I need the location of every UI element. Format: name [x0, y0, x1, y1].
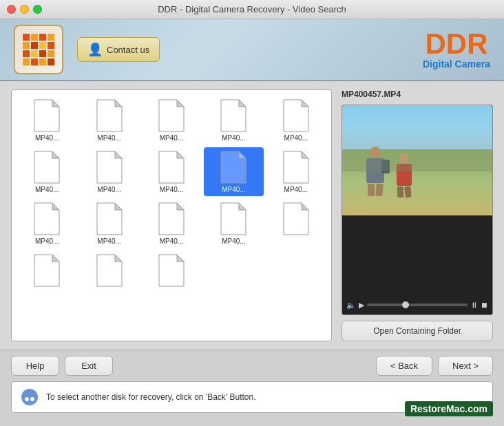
file-doc-icon — [33, 202, 61, 236]
file-item[interactable]: MP40... — [17, 96, 76, 145]
svg-marker-69 — [239, 151, 246, 158]
next-label: Next > — [452, 361, 479, 371]
maximize-button[interactable] — [33, 5, 42, 14]
svg-marker-105 — [115, 255, 122, 262]
minimize-button[interactable] — [20, 5, 29, 14]
svg-rect-4 — [23, 42, 30, 49]
svg-rect-1 — [31, 34, 38, 41]
svg-rect-5 — [31, 42, 38, 49]
file-doc-icon — [33, 98, 61, 133]
svg-rect-6 — [39, 42, 46, 49]
file-item[interactable]: MP40... — [142, 96, 201, 145]
file-item[interactable]: MP40... — [266, 96, 326, 145]
brand-area: DDR Digital Camera — [423, 30, 490, 70]
file-doc-icon — [96, 253, 123, 288]
contact-label: Contact us — [107, 45, 149, 55]
watermark: RestoreMac.com — [405, 401, 493, 416]
file-item[interactable]: MP40... — [79, 96, 138, 145]
video-controls[interactable]: 🔈 ▶ ⏸ ⏹ — [342, 295, 492, 315]
file-label: MP40... — [145, 186, 198, 193]
file-doc-icon — [282, 202, 310, 236]
svg-marker-101 — [302, 203, 308, 210]
file-label: MP40... — [82, 186, 136, 193]
file-item[interactable] — [142, 251, 201, 292]
file-doc-icon — [33, 253, 61, 288]
header: 👤 Contact us DDR Digital Camera — [0, 19, 504, 81]
file-label: MP40... — [20, 186, 74, 193]
svg-marker-87 — [115, 203, 122, 210]
file-doc-icon — [96, 202, 123, 236]
svg-marker-45 — [302, 100, 308, 107]
file-grid[interactable]: MP40...MP40...MP40...MP40...MP40...MP40.… — [11, 89, 332, 341]
message-icon — [20, 387, 39, 407]
stop-icon[interactable]: ⏹ — [481, 301, 488, 309]
file-item[interactable]: MP40... — [204, 147, 263, 196]
file-label: MP40... — [207, 134, 260, 142]
preview-panel: MP400457.MP4 — [342, 89, 493, 341]
help-button[interactable]: Help — [11, 356, 59, 376]
svg-rect-14 — [39, 58, 46, 65]
file-item[interactable]: MP40... — [79, 147, 138, 196]
svg-rect-10 — [39, 50, 46, 57]
file-doc-icon — [158, 98, 185, 133]
open-folder-button[interactable]: Open Containing Folder — [342, 321, 493, 341]
contact-button[interactable]: 👤 Contact us — [77, 37, 160, 62]
file-label: MP40... — [20, 134, 74, 142]
svg-rect-15 — [48, 58, 54, 65]
exit-label: Exit — [81, 361, 96, 371]
back-button[interactable]: < Back — [376, 356, 432, 376]
svg-marker-27 — [115, 100, 122, 107]
file-label: MP40... — [20, 237, 74, 245]
svg-rect-12 — [23, 58, 30, 65]
brand-ddr: DDR — [423, 30, 490, 58]
file-item[interactable] — [266, 199, 326, 248]
svg-marker-99 — [239, 203, 246, 210]
file-doc-icon — [158, 202, 185, 236]
file-label: MP40... — [269, 134, 323, 142]
svg-marker-93 — [177, 203, 184, 210]
svg-rect-11 — [48, 50, 54, 57]
volume-icon[interactable]: 🔈 — [346, 301, 356, 310]
svg-marker-81 — [52, 203, 59, 210]
svg-marker-107 — [177, 255, 184, 262]
file-item[interactable] — [17, 251, 76, 292]
brand-sub: Digital Camera — [423, 58, 490, 70]
file-doc-icon — [220, 98, 247, 133]
close-button[interactable] — [7, 5, 16, 14]
file-item[interactable]: MP40... — [142, 199, 201, 248]
file-doc-icon — [282, 150, 310, 184]
file-item[interactable]: MP40... — [17, 199, 76, 248]
svg-rect-7 — [48, 42, 54, 49]
file-item[interactable]: MP40... — [17, 147, 76, 196]
progress-thumb[interactable] — [402, 301, 409, 308]
svg-marker-39 — [239, 100, 246, 107]
file-label: MP40... — [145, 134, 198, 142]
file-item[interactable]: MP40... — [204, 96, 263, 145]
file-doc-icon — [96, 98, 123, 133]
bottom-bar: Help Exit < Back Next > — [0, 350, 504, 381]
file-doc-icon — [282, 98, 310, 133]
file-item[interactable]: MP40... — [79, 199, 138, 248]
window-controls[interactable] — [7, 5, 42, 14]
play-button[interactable]: ▶ — [359, 301, 364, 310]
exit-button[interactable]: Exit — [65, 356, 113, 376]
file-label: MP40... — [269, 186, 323, 193]
file-label: MP40... — [82, 134, 136, 142]
preview-box: 🔈 ▶ ⏸ ⏹ — [342, 105, 493, 315]
svg-marker-21 — [52, 100, 59, 107]
progress-bar[interactable] — [367, 303, 468, 306]
next-button[interactable]: Next > — [438, 356, 493, 376]
logo-icon — [21, 32, 56, 67]
pause-icon[interactable]: ⏸ — [470, 301, 478, 309]
svg-marker-51 — [52, 151, 59, 158]
open-folder-label: Open Containing Folder — [373, 326, 461, 336]
svg-marker-75 — [302, 151, 308, 158]
file-item[interactable] — [79, 251, 138, 292]
file-item[interactable]: MP40... — [204, 199, 263, 248]
file-item[interactable]: MP40... — [266, 147, 326, 196]
contact-icon: 👤 — [87, 42, 103, 57]
svg-rect-13 — [31, 58, 38, 65]
file-doc-icon — [33, 150, 61, 184]
svg-rect-0 — [23, 34, 30, 41]
file-item[interactable]: MP40... — [142, 147, 201, 196]
